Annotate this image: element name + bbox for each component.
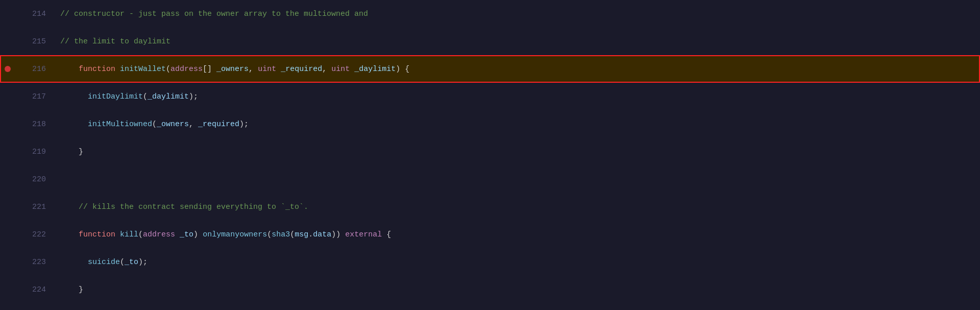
token-indent: [60, 65, 79, 74]
code-content: function kill(address _to) onlymanyowner…: [56, 231, 391, 239]
line-number: 216: [15, 65, 56, 74]
token-kw-plain: .: [308, 230, 313, 239]
line-number: 217: [15, 92, 56, 101]
token-kw-plain: }: [79, 285, 83, 294]
code-line-217: 217 initDaylimit(_daylimit);: [0, 83, 980, 110]
code-line-219: 219 }: [0, 138, 980, 165]
line-number: 219: [15, 148, 56, 156]
token-kw-type: address: [170, 65, 203, 74]
token-kw-plain: [175, 230, 180, 239]
token-indent: [60, 92, 88, 101]
token-kw-function-name: kill: [120, 230, 138, 239]
token-kw-type: uint: [258, 65, 276, 74]
token-kw-param: _owners: [216, 65, 249, 74]
code-line-225: 225: [0, 303, 980, 310]
code-content: }: [56, 286, 83, 294]
code-content: function initWallet(address[] _owners, u…: [56, 65, 409, 73]
token-kw-plain: {: [382, 230, 391, 239]
code-line-224: 224 }: [0, 276, 980, 303]
token-kw-method: suicide: [88, 258, 120, 267]
token-kw-plain: ,: [249, 65, 258, 74]
token-kw-param: _owners: [157, 120, 189, 129]
line-number: 215: [15, 37, 56, 46]
line-number: 224: [15, 285, 56, 294]
token-kw-function-name: initWallet: [120, 65, 166, 74]
code-line-214: 214// constructor - just pass on the own…: [0, 0, 980, 28]
breakpoint-area: [0, 66, 15, 72]
token-indent: [60, 120, 88, 129]
breakpoint-dot: [5, 66, 11, 72]
token-kw-method: onlymanyowners: [203, 230, 267, 239]
token-kw-plain: [350, 65, 354, 74]
token-kw-modifier: external: [345, 230, 382, 239]
code-content: }: [56, 148, 83, 156]
token-kw-plain: (: [290, 230, 295, 239]
line-number: 214: [15, 10, 56, 18]
token-kw-plain: );: [138, 258, 148, 267]
line-number: 220: [15, 175, 56, 184]
code-content: suicide(_to);: [56, 258, 148, 266]
code-line-223: 223 suicide(_to);: [0, 248, 980, 276]
token-kw-param: _to: [180, 230, 193, 239]
token-kw-plain: (: [143, 92, 148, 101]
code-content: initDaylimit(_daylimit);: [56, 93, 198, 101]
token-kw-param: _required: [198, 120, 239, 129]
code-line-220: 220: [0, 165, 980, 193]
token-kw-plain: ,: [322, 65, 331, 74]
code-line-215: 215// the limit to daylimit: [0, 28, 980, 55]
token-comment: // kills the contract sending everything…: [79, 203, 308, 211]
code-editor: 214// constructor - just pass on the own…: [0, 0, 980, 310]
line-number: 222: [15, 230, 56, 239]
token-kw-method: initDaylimit: [88, 92, 143, 101]
token-kw-param: _required: [281, 65, 322, 74]
token-indent: [60, 258, 88, 267]
token-indent: [60, 285, 79, 294]
token-kw-function: function: [79, 65, 120, 74]
code-content: // kills the contract sending everything…: [56, 203, 308, 211]
token-kw-plain: [276, 65, 281, 74]
token-kw-plain: ) {: [396, 65, 409, 74]
token-kw-plain: ): [193, 230, 203, 239]
token-kw-plain: }: [79, 148, 83, 156]
token-comment: // the limit to daylimit: [60, 37, 170, 46]
code-content: // constructor - just pass on the owner …: [56, 10, 368, 18]
token-kw-plain: (: [120, 258, 125, 267]
token-indent: [60, 148, 79, 156]
token-comment: // constructor - just pass on the owner …: [60, 10, 368, 18]
code-line-222: 222 function kill(address _to) onlymanyo…: [0, 221, 980, 248]
token-kw-plain: );: [189, 92, 198, 101]
code-content: // the limit to daylimit: [56, 38, 170, 45]
token-indent: [60, 230, 79, 239]
token-kw-function: function: [79, 230, 120, 239]
token-kw-plain: );: [239, 120, 249, 129]
token-kw-param: _daylimit: [354, 65, 396, 74]
token-kw-plain: (: [152, 120, 157, 129]
code-line-216: 216 function initWallet(address[] _owner…: [0, 55, 980, 83]
token-kw-plain: ,: [189, 120, 198, 129]
token-indent: [60, 203, 79, 211]
token-kw-method: initMultiowned: [88, 120, 152, 129]
token-kw-plain: (: [138, 230, 143, 239]
token-kw-type: address: [143, 230, 175, 239]
code-line-218: 218 initMultiowned(_owners, _required);: [0, 110, 980, 138]
token-kw-param: data: [313, 230, 331, 239]
code-content: initMultiowned(_owners, _required);: [56, 121, 249, 128]
token-kw-plain: (: [166, 65, 170, 74]
line-number: 221: [15, 203, 56, 211]
token-kw-param: _daylimit: [148, 92, 189, 101]
token-kw-plain: []: [203, 65, 216, 74]
line-number: 218: [15, 120, 56, 129]
token-kw-type: uint: [331, 65, 350, 74]
token-kw-param: _to: [125, 258, 138, 267]
line-number: 223: [15, 258, 56, 267]
token-kw-param: msg: [295, 230, 308, 239]
token-kw-method: sha3: [272, 230, 290, 239]
code-line-221: 221 // kills the contract sending everyt…: [0, 193, 980, 221]
token-kw-plain: (: [267, 230, 272, 239]
token-kw-plain: )): [331, 230, 345, 239]
